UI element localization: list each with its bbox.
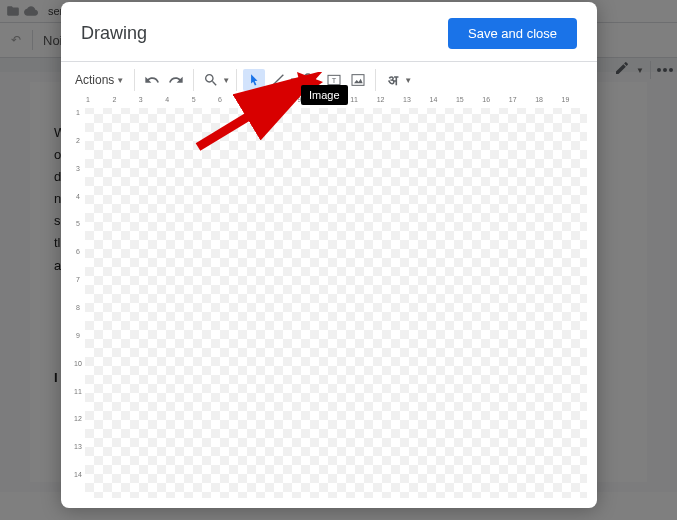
image-tooltip: Image: [301, 85, 348, 105]
svg-text:T: T: [332, 76, 337, 85]
save-and-close-button[interactable]: Save and close: [448, 18, 577, 49]
drawing-modal: Drawing Save and close Actions▼ ▼ ▼ T अ …: [61, 2, 597, 508]
vertical-ruler: 1 2 3 4 5 6 7 8 9 10 11 12 13 14: [71, 96, 85, 498]
chevron-down-icon[interactable]: ▼: [222, 76, 230, 85]
special-characters-tool[interactable]: अ: [382, 69, 404, 91]
image-tool[interactable]: [347, 69, 369, 91]
line-tool[interactable]: [267, 69, 289, 91]
zoom-button[interactable]: [200, 69, 222, 91]
svg-marker-6: [354, 79, 363, 84]
redo-button[interactable]: [165, 69, 187, 91]
chevron-down-icon[interactable]: ▼: [404, 76, 412, 85]
chevron-down-icon[interactable]: ▼: [289, 76, 297, 85]
select-tool[interactable]: [243, 69, 265, 91]
modal-title: Drawing: [81, 23, 147, 44]
actions-dropdown[interactable]: Actions▼: [71, 69, 128, 91]
svg-line-0: [273, 75, 284, 86]
drawing-canvas[interactable]: [85, 108, 587, 498]
svg-rect-5: [352, 75, 364, 86]
undo-button[interactable]: [141, 69, 163, 91]
